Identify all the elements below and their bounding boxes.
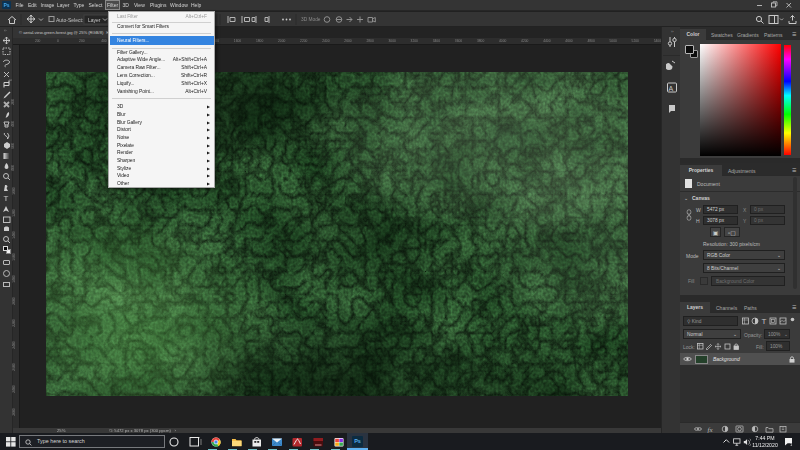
svg-text:1: 1 — [790, 442, 793, 446]
svg-text:T: T — [762, 317, 767, 325]
svg-text:T: T — [4, 194, 9, 203]
svg-text:fx: fx — [708, 426, 714, 434]
svg-text:A: A — [669, 85, 674, 92]
